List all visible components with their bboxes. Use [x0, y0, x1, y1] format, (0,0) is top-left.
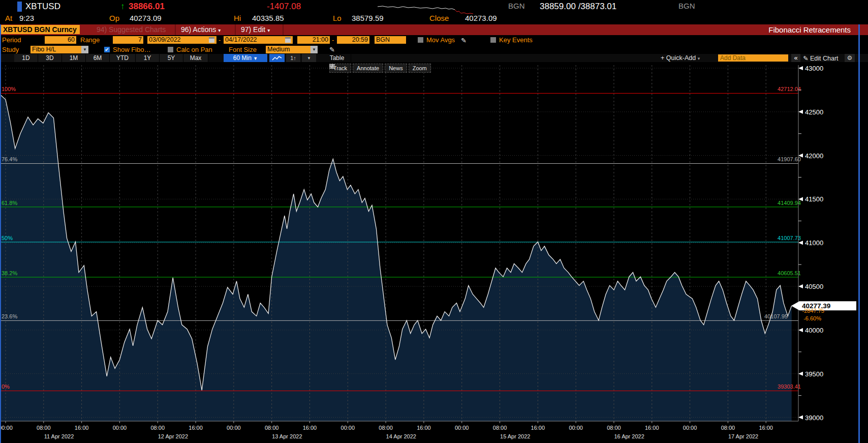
line-chart-type-icon[interactable]	[269, 54, 285, 62]
svg-text:40000: 40000	[805, 327, 823, 334]
tab-1m[interactable]: 1M	[62, 54, 86, 62]
tab-1d[interactable]: 1D	[14, 54, 38, 62]
calc-on-pan-checkbox[interactable]	[168, 47, 173, 52]
svg-text:41907.60: 41907.60	[778, 156, 801, 162]
tab-table[interactable]: Table	[323, 54, 351, 62]
bid-ask: 38859.00 /38873.01	[540, 2, 616, 12]
svg-text:-6.60%: -6.60%	[803, 315, 821, 321]
key-events-label: Key Events	[499, 36, 533, 44]
show-fibo-label: Show Fibo…	[113, 46, 150, 53]
open-value: 40273.09	[130, 14, 162, 22]
price-chart[interactable]: 100%42712.0476.4%41907.6061.8%41409.9450…	[0, 62, 868, 443]
edit-chart-button[interactable]: ✎ Edit Chart	[803, 54, 839, 62]
window-left-edge	[0, 24, 1, 443]
svg-text:16:00: 16:00	[759, 425, 773, 431]
time-range-dash: -	[332, 36, 334, 44]
svg-text:00:00: 00:00	[455, 425, 469, 431]
chart-panel: 100%42712.0476.4%41907.6061.8%41409.9450…	[0, 62, 868, 443]
period-settings-row: Period 60 Range 7 03/09/2022 - 04/17/202…	[0, 35, 868, 45]
high-label: Hi	[234, 14, 241, 22]
time-to-input[interactable]: 20:59	[337, 36, 369, 44]
intraday-sparkline	[378, 2, 475, 16]
svg-text:-2847.75: -2847.75	[802, 308, 824, 314]
annotate-button[interactable]: Annotate	[353, 64, 383, 73]
date-range-dash: -	[219, 36, 221, 44]
function-title-bar: XBTUSD BGN Curncy 94) Suggested Charts 9…	[0, 24, 868, 35]
low-label: Lo	[333, 14, 342, 22]
last-price: 38866.01	[129, 2, 165, 12]
svg-text:100%: 100%	[2, 86, 16, 92]
up-arrow-icon: ↑	[120, 2, 125, 12]
svg-text:50%: 50%	[2, 235, 13, 241]
svg-text:08:00: 08:00	[150, 425, 165, 431]
suggested-charts-menu[interactable]: 94) Suggested Charts	[97, 25, 166, 34]
date-from-input[interactable]: 03/09/2022	[147, 36, 216, 44]
chevron-down-icon[interactable]: ▼	[81, 46, 88, 53]
low-value: 38579.59	[352, 14, 384, 22]
font-size-select[interactable]: Medium	[266, 46, 311, 53]
chevron-down-icon[interactable]: ▾	[302, 54, 316, 62]
svg-text:16 Apr 2022: 16 Apr 2022	[614, 433, 644, 439]
svg-text:08:00: 08:00	[265, 425, 279, 431]
chevron-down-icon: ▼	[253, 56, 258, 61]
close-label: Close	[429, 14, 449, 22]
bloomberg-terminal-window: { "header": { "ticker": "XBTUSD", "arrow…	[0, 0, 868, 443]
quick-add-button[interactable]: + Quick-Add ▾	[661, 54, 700, 62]
edit-menu[interactable]: 97) Edit ▾	[241, 25, 270, 34]
key-events-checkbox[interactable]	[490, 37, 496, 43]
tab-3d[interactable]: 3D	[38, 54, 62, 62]
actions-menu[interactable]: 96) Actions ▾	[181, 25, 221, 34]
chevron-down-icon[interactable]: ▼	[311, 46, 318, 53]
tab-1y[interactable]: 1Y	[136, 54, 160, 62]
svg-text:40500: 40500	[805, 283, 823, 290]
calendar-icon[interactable]	[285, 37, 291, 43]
svg-text:00:00: 00:00	[113, 425, 127, 431]
tab-6m[interactable]: 6M	[86, 54, 110, 62]
svg-text:11 Apr 2022: 11 Apr 2022	[44, 433, 74, 439]
period-input[interactable]: 60	[45, 36, 76, 44]
svg-text:08:00: 08:00	[37, 425, 51, 431]
open-label: Op	[109, 14, 119, 22]
svg-text:16:00: 16:00	[75, 425, 89, 431]
tab-max[interactable]: Max	[183, 54, 208, 62]
study-select[interactable]: Fibo H/L	[30, 46, 81, 53]
svg-text:43000: 43000	[805, 65, 823, 72]
svg-text:00:00: 00:00	[227, 425, 241, 431]
security-field[interactable]: XBTUSD BGN Curncy	[1, 25, 80, 34]
svg-text:16:00: 16:00	[645, 425, 659, 431]
svg-text:00:00: 00:00	[683, 425, 697, 431]
magnifier-icon	[329, 64, 335, 69]
svg-text:42000: 42000	[805, 152, 823, 160]
interval-select[interactable]: 60 Min ▼	[224, 54, 268, 62]
date-to-input[interactable]: 04/17/2022	[224, 36, 293, 44]
range-label: Range	[80, 36, 100, 44]
gear-icon[interactable]: ⚙	[845, 54, 855, 62]
window-right-edge[interactable]	[858, 24, 860, 443]
svg-text:08:00: 08:00	[379, 425, 393, 431]
quote-header: XBTUSD ↑ 38866.01 -1407.08 BGN 38859.00 …	[0, 0, 868, 24]
tab-ytd[interactable]: YTD	[110, 54, 136, 62]
svg-text:16:00: 16:00	[303, 425, 317, 431]
tab-5y[interactable]: 5Y	[160, 54, 183, 62]
mov-avgs-checkbox[interactable]	[418, 37, 423, 43]
sort-order-icon[interactable]: 1↑	[286, 54, 300, 62]
svg-text:00:00: 00:00	[569, 425, 583, 431]
collapse-button[interactable]: «	[791, 54, 800, 62]
chevron-down-icon: ▾	[267, 27, 270, 33]
security-marker	[17, 2, 22, 12]
time-from-input[interactable]: 21:00	[297, 36, 330, 44]
study-title: Fibonacci Retracements	[768, 25, 851, 34]
calendar-icon[interactable]	[209, 37, 214, 43]
range-input[interactable]: 7	[113, 36, 143, 44]
pencil-icon[interactable]: ✎	[461, 37, 467, 44]
svg-text:41500: 41500	[805, 195, 823, 203]
add-data-input[interactable]: Add Data	[718, 54, 788, 62]
pricing-source: BGN	[508, 2, 525, 10]
svg-text:42500: 42500	[805, 108, 823, 116]
news-button[interactable]: News	[385, 64, 407, 73]
pencil-icon[interactable]: ✎	[329, 46, 335, 53]
chart-toolbar: Track Annotate News Zoom	[329, 64, 431, 73]
source-input[interactable]: BGN	[375, 36, 406, 44]
show-fibo-checkbox[interactable]: ✔	[104, 47, 110, 52]
zoom-button[interactable]: Zoom	[409, 64, 431, 73]
